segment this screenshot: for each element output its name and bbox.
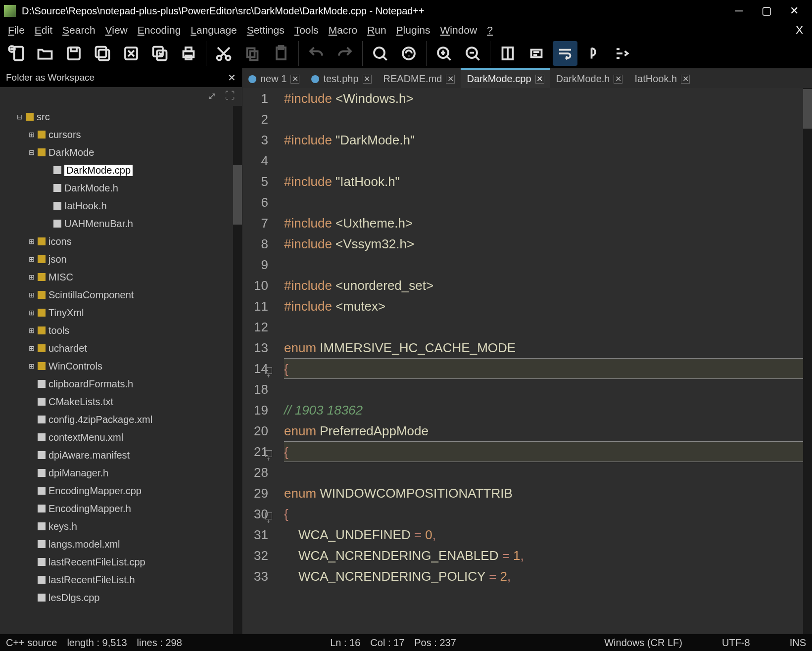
close-all-button[interactable] (147, 41, 172, 66)
tree-toggle-icon[interactable]: ⊟ (16, 113, 24, 121)
print-button[interactable] (176, 41, 201, 66)
find-button[interactable] (368, 41, 392, 66)
tree-item[interactable]: keys.h (0, 517, 242, 535)
indent-guide-button[interactable] (610, 41, 635, 66)
code-line[interactable]: enum PreferredAppMode (284, 420, 803, 441)
tree-toggle-icon[interactable]: ⊟ (28, 148, 36, 156)
code-line[interactable]: WCA_UNDEFINED = 0, (284, 524, 803, 545)
tree-toggle-icon[interactable]: ⊞ (28, 273, 36, 281)
tree-item[interactable]: dpiManager.h (0, 464, 242, 482)
cut-button[interactable] (211, 41, 236, 66)
tree-toggle-icon[interactable]: ⊞ (28, 309, 36, 317)
tree-item[interactable]: ⊞WinControls (0, 357, 242, 375)
tree-item[interactable]: contextMenu.xml (0, 428, 242, 446)
tree-item[interactable]: ⊞cursors (0, 126, 242, 143)
tree-toggle-icon[interactable]: ⊞ (28, 131, 36, 139)
file-tree[interactable]: ⊟src⊞cursors⊟DarkModeDarkMode.cppDarkMod… (0, 106, 242, 634)
tree-toggle-icon[interactable]: ⊞ (28, 344, 36, 352)
tree-item[interactable]: ⊞json (0, 250, 242, 268)
code-line[interactable]: #include <unordered_set> (284, 275, 803, 296)
code-line[interactable]: { (284, 504, 803, 524)
menu-?[interactable]: ? (482, 22, 498, 38)
panel-close-button[interactable]: ✕ (228, 72, 236, 84)
tab-new-1[interactable]: new 1✕ (242, 68, 305, 88)
code-line[interactable]: #include <Vssym32.h> (284, 233, 803, 254)
menu-edit[interactable]: Edit (30, 22, 57, 38)
tab-close-icon[interactable]: ✕ (535, 75, 544, 84)
tree-toggle-icon[interactable]: ⊞ (28, 237, 36, 245)
tree-item[interactable]: DarkMode.h (0, 179, 242, 197)
tree-item[interactable]: ⊞TinyXml (0, 304, 242, 322)
tree-toggle-icon[interactable]: ⊞ (28, 255, 36, 263)
sb-eol[interactable]: Windows (CR LF) (604, 637, 682, 649)
code-line[interactable] (284, 192, 803, 213)
menu-settings[interactable]: Settings (242, 22, 289, 38)
menu-macro[interactable]: Macro (324, 22, 362, 38)
replace-button[interactable] (396, 41, 421, 66)
code-line[interactable]: // 1903 18362 (284, 400, 803, 420)
menu-tools[interactable]: Tools (289, 22, 324, 38)
menu-run[interactable]: Run (362, 22, 391, 38)
minimize-button[interactable]: ─ (725, 0, 753, 22)
tree-item[interactable]: UAHMenuBar.h (0, 215, 242, 232)
tree-item[interactable]: IatHook.h (0, 197, 242, 215)
code-line[interactable] (284, 462, 803, 483)
tree-item[interactable]: langs.model.xml (0, 535, 242, 553)
code-line[interactable]: enum WINDOWCOMPOSITIONATTRIB (284, 483, 803, 504)
tree-toggle-icon[interactable]: ⊞ (28, 362, 36, 370)
zoom-out-button[interactable] (460, 41, 485, 66)
tab-IatHook-h[interactable]: IatHook.h✕ (628, 68, 696, 88)
show-symbols-button[interactable] (581, 41, 606, 66)
code-line[interactable]: { (284, 441, 803, 462)
zoom-in-button[interactable] (431, 41, 456, 66)
tree-item[interactable]: lesDlgs.cpp (0, 589, 242, 606)
fold-toggle-icon[interactable] (265, 512, 272, 519)
tree-toggle-icon[interactable]: ⊞ (28, 291, 36, 299)
open-file-button[interactable] (33, 41, 57, 66)
tab-close-icon[interactable]: ✕ (290, 75, 299, 84)
code-line[interactable] (284, 254, 803, 275)
tree-item[interactable]: ⊟src (0, 108, 242, 126)
code-line[interactable]: WCA_NCRENDERING_POLICY = 2, (284, 566, 803, 587)
tree-item[interactable]: config.4zipPackage.xml (0, 411, 242, 428)
tree-item[interactable]: lastRecentFileList.h (0, 571, 242, 589)
code-line[interactable]: #include <Uxtheme.h> (284, 213, 803, 233)
paste-button[interactable] (269, 41, 293, 66)
tree-item[interactable]: EncodingMapper.h (0, 500, 242, 517)
sb-encoding[interactable]: UTF-8 (722, 637, 750, 649)
code-line[interactable] (284, 317, 803, 337)
tree-item[interactable]: EncodingMapper.cpp (0, 482, 242, 500)
word-wrap-button[interactable] (553, 41, 577, 66)
menu-file[interactable]: File (3, 22, 30, 38)
code-line[interactable] (284, 150, 803, 171)
tree-item[interactable]: ⊞ScintillaComponent (0, 286, 242, 304)
code-line[interactable]: { (284, 358, 803, 379)
code-line[interactable]: #include "IatHook.h" (284, 171, 803, 192)
tab-DarkMode-h[interactable]: DarkMode.h✕ (550, 68, 629, 88)
new-file-button[interactable] (4, 41, 29, 66)
tree-item[interactable]: ⊞tools (0, 322, 242, 339)
tree-item[interactable]: ⊟DarkMode (0, 143, 242, 161)
code-line[interactable] (284, 379, 803, 400)
expand-icon[interactable]: ⛶ (225, 90, 235, 103)
menu-view[interactable]: View (100, 22, 133, 38)
tree-item[interactable]: CMakeLists.txt (0, 393, 242, 411)
tree-item[interactable]: ⊞MISC (0, 268, 242, 286)
save-all-button[interactable] (90, 41, 115, 66)
tree-item[interactable]: DarkMode.cpp (0, 161, 242, 179)
code-editor[interactable]: 123456789101112131418192021282930313233 … (242, 88, 812, 634)
menu-plugins[interactable]: Plugins (391, 22, 435, 38)
menubar-close-button[interactable]: X (790, 24, 809, 37)
code-content[interactable]: #include <Windows.h>#include "DarkMode.h… (282, 88, 803, 634)
fold-margin[interactable] (273, 88, 282, 634)
undo-button[interactable] (304, 41, 329, 66)
tree-item[interactable]: ⊞uchardet (0, 339, 242, 357)
copy-button[interactable] (240, 41, 265, 66)
code-line[interactable]: #include <Windows.h> (284, 88, 803, 109)
tab-close-icon[interactable]: ✕ (614, 75, 622, 84)
sync-hscroll-button[interactable] (524, 41, 549, 66)
tab-test-php[interactable]: test.php✕ (305, 68, 377, 88)
close-file-button[interactable] (119, 41, 143, 66)
tree-toggle-icon[interactable]: ⊞ (28, 326, 36, 334)
code-line[interactable]: #include <mutex> (284, 296, 803, 317)
